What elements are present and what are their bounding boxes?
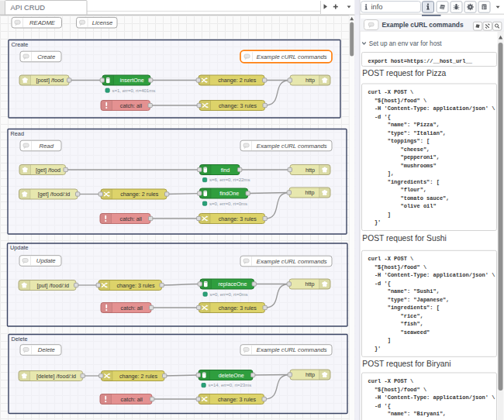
svg-text:"${host}/food" \: "${host}/food" \ (368, 387, 427, 393)
svg-text:change: 2 rules: change: 2 rules (120, 191, 159, 198)
svg-text:s=0, err=0, rt=0ms: s=0, err=0, rt=0ms (210, 291, 248, 297)
svg-text:catch: all: catch: all (120, 215, 143, 222)
svg-text:[get] /food: [get] /food (36, 167, 60, 174)
svg-text:"rice",: "rice", (368, 313, 423, 319)
svg-text:]: ] (368, 212, 391, 218)
svg-text:[delete] /food/:id: [delete] /food/:id (36, 373, 76, 380)
svg-text:POST request for Biryani: POST request for Biryani (362, 360, 450, 368)
svg-text:s=0, err=0, rt=0ms: s=0, err=0, rt=0ms (209, 201, 247, 206)
svg-text:Example cURL commands: Example cURL commands (257, 346, 327, 353)
svg-text:http: http (306, 281, 315, 287)
svg-text:"${host}/food" \: "${host}/food" \ (368, 264, 427, 270)
svg-text:http: http (306, 77, 315, 84)
svg-text:"ingredients": [: "ingredients": [ (368, 179, 440, 185)
svg-text:[post] /food: [post] /food (36, 77, 64, 84)
svg-text:README: README (29, 19, 56, 26)
svg-text:Update: Update (36, 257, 56, 264)
svg-text:replaceOne: replaceOne (218, 281, 247, 287)
svg-text:-H 'Content-Type: application/: -H 'Content-Type: application/json' \ (368, 272, 495, 278)
svg-text:"type": "Japanese",: "type": "Japanese", (368, 297, 450, 303)
svg-text:http: http (306, 167, 315, 174)
svg-text:]: ] (368, 337, 391, 343)
svg-text:[put] /food/:id: [put] /food/:id (36, 282, 69, 289)
svg-text:export host=https://__host_url: export host=https://__host_url__ (368, 58, 473, 64)
svg-text:"seaweed": "seaweed" (368, 329, 430, 336)
svg-text:-H 'Content-Type: application/: -H 'Content-Type: application/json' \ (368, 105, 495, 112)
svg-text:API CRUD: API CRUD (11, 4, 46, 12)
svg-text:change: 3 rules: change: 3 rules (116, 282, 155, 289)
svg-text:s=14, err=0, rt=23ms: s=14, err=0, rt=23ms (209, 382, 252, 387)
svg-text:s=1, err=0, rt=401ms: s=1, err=0, rt=401ms (112, 88, 156, 93)
svg-text:http: http (306, 371, 315, 378)
svg-text:curl -X POST \: curl -X POST \ (368, 89, 414, 95)
svg-text:s=6, err=0, rt=22ms: s=6, err=0, rt=22ms (209, 177, 250, 182)
svg-text:Example cURL commands: Example cURL commands (257, 143, 327, 150)
svg-text:Example cURL commands: Example cURL commands (257, 53, 327, 60)
svg-text:"mushrooms": "mushrooms" (368, 163, 437, 169)
svg-text:"name": "Pizza",: "name": "Pizza", (368, 122, 440, 128)
svg-text:info: info (371, 3, 383, 11)
svg-text:"type": "Italian",: "type": "Italian", (368, 130, 447, 136)
svg-text:Example cURL commands: Example cURL commands (257, 258, 327, 265)
svg-text:change: 3 rules: change: 3 rules (219, 305, 257, 312)
svg-text:"${host}/food" \: "${host}/food" \ (368, 98, 427, 104)
svg-text:-d '{: -d '{ (368, 281, 391, 287)
svg-text:Set up an env var for host: Set up an env var for host (369, 40, 442, 47)
svg-text:catch: all: catch: all (120, 102, 143, 109)
svg-text:Update: Update (10, 244, 29, 251)
svg-text:findOne: findOne (219, 190, 239, 197)
svg-text:-H 'Content-Type: application/: -H 'Content-Type: application/json' \ (368, 394, 495, 401)
svg-text:-d '{: -d '{ (368, 114, 391, 120)
svg-text:],: ], (368, 170, 395, 177)
svg-text:catch: all: catch: all (121, 305, 143, 312)
svg-text:deleteOne: deleteOne (219, 372, 244, 379)
svg-text:change: 2 rules: change: 2 rules (218, 77, 257, 84)
svg-text:"olive oil": "olive oil" (368, 203, 437, 209)
svg-text:"cheese",: "cheese", (368, 146, 430, 153)
svg-text:-d '{: -d '{ (368, 403, 391, 409)
svg-text:"ingredients": [: "ingredients": [ (368, 305, 440, 311)
svg-text:Create: Create (12, 41, 29, 48)
svg-text:Read: Read (40, 143, 54, 150)
svg-text:"pepperoni",: "pepperoni", (368, 154, 440, 160)
svg-text:Read: Read (11, 130, 24, 137)
svg-text:POST request for Pizza: POST request for Pizza (362, 69, 446, 77)
svg-text:"name": "Biryani",: "name": "Biryani", (368, 411, 447, 417)
svg-text:Delete: Delete (38, 346, 55, 353)
svg-text:"name": "Sushi",: "name": "Sushi", (368, 288, 440, 294)
svg-text:Example cURL commands: Example cURL commands (382, 21, 464, 29)
svg-text:[get] /food/:id: [get] /food/:id (38, 191, 71, 198)
svg-text:"tomato sauce",: "tomato sauce", (368, 195, 450, 201)
svg-text:change: 3 rules: change: 3 rules (218, 396, 257, 403)
svg-text:"toppings": [: "toppings": [ (368, 138, 430, 144)
svg-text:Delete: Delete (12, 336, 28, 343)
svg-text:"fish",: "fish", (368, 321, 423, 327)
svg-text:change: 2 rules: change: 2 rules (119, 373, 158, 380)
svg-text:catch: all: catch: all (121, 396, 143, 403)
svg-text:curl -X POST \: curl -X POST \ (368, 256, 414, 262)
svg-text:http: http (306, 189, 315, 196)
svg-text:change: 3 rules: change: 3 rules (219, 215, 257, 222)
svg-text:"flour",: "flour", (368, 187, 427, 193)
svg-text:Create: Create (37, 53, 55, 60)
svg-text:POST request for Sushi: POST request for Sushi (362, 234, 447, 243)
svg-text:find: find (221, 167, 230, 174)
svg-text:insertOne: insertOne (120, 77, 144, 84)
svg-text:change: 3 rules: change: 3 rules (219, 102, 257, 109)
svg-text:}': }' (368, 346, 381, 352)
svg-text:}': }' (368, 219, 381, 225)
svg-text:curl -X POST \: curl -X POST \ (368, 378, 414, 384)
svg-text:License: License (92, 19, 113, 26)
